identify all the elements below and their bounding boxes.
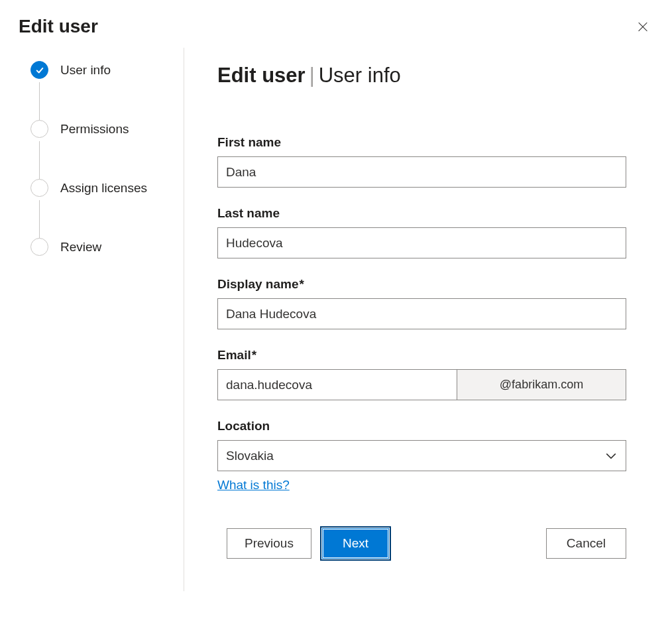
location-label: Location	[217, 419, 626, 433]
first-name-label: First name	[217, 135, 626, 150]
close-icon	[637, 21, 649, 32]
email-domain-suffix: @fabrikam.com	[457, 369, 626, 400]
field-location: Location Slovakia What is this?	[217, 419, 626, 492]
wizard-step-label: Assign licenses	[60, 181, 147, 196]
email-input[interactable]	[217, 369, 457, 400]
panel-header: Edit user	[0, 0, 672, 48]
display-name-label: Display name*	[217, 277, 626, 292]
location-select[interactable]: Slovakia	[217, 440, 626, 471]
cancel-button[interactable]: Cancel	[546, 528, 626, 559]
wizard-step-label: Permissions	[60, 122, 129, 137]
required-asterisk: *	[252, 348, 256, 362]
check-icon	[30, 61, 48, 79]
wizard-step-label: User info	[60, 63, 111, 78]
first-name-input[interactable]	[217, 156, 626, 188]
circle-icon	[30, 179, 48, 197]
field-last-name: Last name	[217, 206, 626, 258]
email-label: Email*	[217, 348, 626, 363]
wizard-step-label: Review	[60, 240, 101, 255]
wizard-step-review[interactable]: Review	[30, 238, 184, 256]
panel-title: Edit user	[19, 16, 98, 37]
main-content: Edit user|User info First name Last name…	[184, 48, 653, 591]
what-is-this-link[interactable]: What is this?	[217, 478, 290, 492]
close-button[interactable]	[632, 16, 653, 37]
wizard-sidebar: User info Permissions Assign licenses Re…	[19, 48, 184, 591]
last-name-label: Last name	[217, 206, 626, 221]
display-name-input[interactable]	[217, 298, 626, 329]
page-title: Edit user|User info	[217, 64, 653, 87]
field-email: Email* @fabrikam.com	[217, 348, 626, 400]
button-row: Previous Next Cancel	[217, 528, 626, 559]
required-asterisk: *	[300, 277, 304, 291]
next-button[interactable]: Next	[322, 528, 389, 559]
field-first-name: First name	[217, 135, 626, 188]
previous-button[interactable]: Previous	[227, 528, 311, 559]
field-display-name: Display name*	[217, 277, 626, 329]
wizard-step-user-info[interactable]: User info	[30, 61, 184, 79]
last-name-input[interactable]	[217, 227, 626, 258]
circle-icon	[30, 120, 48, 138]
circle-icon	[30, 238, 48, 256]
wizard-step-assign-licenses[interactable]: Assign licenses	[30, 179, 184, 197]
wizard-step-permissions[interactable]: Permissions	[30, 120, 184, 138]
